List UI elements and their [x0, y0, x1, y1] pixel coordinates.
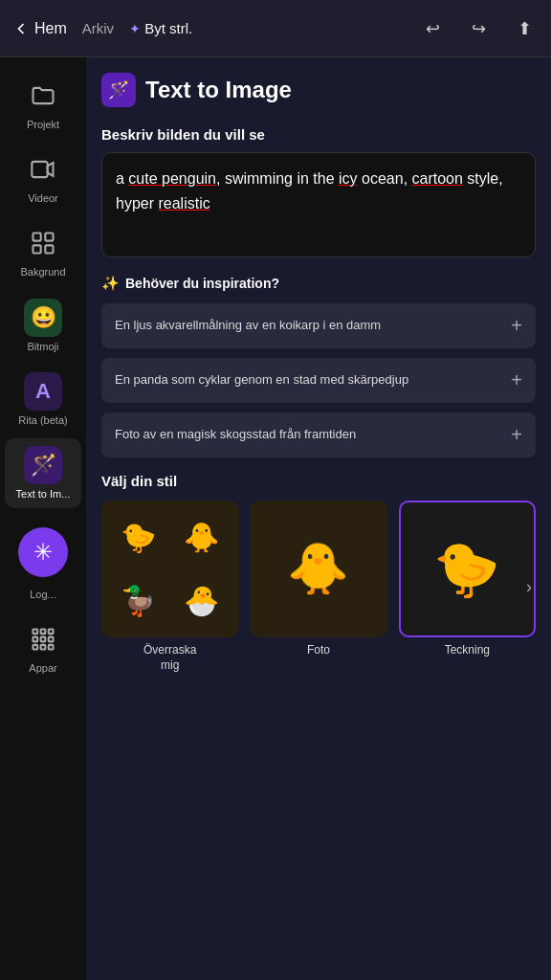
- rita-icon: A: [24, 372, 62, 411]
- style-item-overraska[interactable]: 🐤 🐥 🦆 🐣 Överraskamig: [101, 501, 238, 674]
- svg-rect-13: [49, 645, 54, 650]
- style-image-overraska: 🐤 🐥 🦆 🐣: [101, 501, 238, 637]
- svg-rect-5: [33, 630, 38, 635]
- svg-rect-9: [41, 637, 46, 642]
- svg-rect-6: [41, 630, 46, 635]
- inspiration-text-2: Foto av en magisk skogsstad från framtid…: [115, 426, 501, 443]
- add-inspiration-2[interactable]: +: [511, 424, 522, 446]
- style-name-foto: Foto: [307, 643, 330, 658]
- inspiration-item-1[interactable]: En panda som cyklar genom en stad med sk…: [101, 358, 536, 403]
- underline-realistic: realistic: [158, 195, 209, 212]
- main-layout: Projekt Videor Bakgrund: [0, 57, 551, 980]
- style-item-foto[interactable]: 🐥 Foto: [250, 501, 386, 658]
- scroll-right-arrow[interactable]: ›: [526, 577, 532, 597]
- svg-rect-10: [49, 637, 54, 642]
- style-name-teckning: Teckning: [445, 643, 490, 658]
- page-title-icon: 🪄: [101, 73, 136, 107]
- underline-icy: icy: [339, 170, 358, 187]
- svg-rect-7: [49, 630, 54, 635]
- back-button[interactable]: Hem: [11, 19, 67, 38]
- inspiration-text-0: En ljus akvarellmålning av en koikarp i …: [115, 317, 501, 334]
- style-row-wrapper: 🐤 🐥 🦆 🐣 Överraskamig 🐥 Foto: [101, 501, 536, 674]
- inspiration-item-2[interactable]: Foto av en magisk skogsstad från framtid…: [101, 412, 536, 457]
- sidebar-item-logo[interactable]: ✳ Log...: [5, 512, 81, 609]
- duck-single-icon: 🐥: [287, 540, 349, 598]
- sidebar-item-projekt[interactable]: Projekt: [5, 69, 81, 139]
- star-icon: ✦: [129, 21, 141, 36]
- style-grid: 🐤 🐥 🦆 🐣 Överraskamig 🐥 Foto: [101, 501, 536, 674]
- style-image-teckning: 🐤: [399, 501, 536, 637]
- content-area: 🪄 Text to Image Beskriv bilden du vill s…: [86, 57, 551, 980]
- archive-nav-item[interactable]: Arkiv: [82, 20, 114, 36]
- redo-button[interactable]: ↪: [463, 13, 494, 44]
- page-title-row: 🪄 Text to Image: [101, 73, 536, 107]
- sidebar-label-bitmoji: Bitmoji: [27, 341, 58, 353]
- inspiration-header: ✨ Behöver du inspiration?: [101, 275, 536, 292]
- share-button[interactable]: ⬆: [509, 13, 540, 44]
- background-icon: [24, 224, 62, 262]
- sidebar-label-text-to-image: Text to Im...: [16, 488, 71, 501]
- sidebar-item-text-to-image[interactable]: 🪄 Text to Im...: [5, 438, 81, 508]
- text-input-content: a cute penguin, swimming in the icy ocea…: [116, 167, 521, 215]
- svg-rect-3: [33, 246, 41, 254]
- style-label: Välj din stil: [101, 473, 536, 489]
- size-label: Byt strl.: [144, 20, 192, 36]
- inspiration-label: Behöver du inspiration?: [125, 276, 279, 291]
- text-to-image-icon: 🪄: [24, 446, 62, 484]
- inspiration-text-1: En panda som cyklar genom en stad med sk…: [115, 371, 501, 389]
- svg-rect-11: [33, 645, 38, 650]
- sidebar-label-videor: Videor: [28, 192, 58, 205]
- text-input-area[interactable]: a cute penguin, swimming in the icy ocea…: [101, 152, 536, 257]
- style-name-overraska: Överraskamig: [143, 643, 196, 673]
- svg-rect-4: [45, 246, 53, 254]
- sidebar: Projekt Videor Bakgrund: [0, 57, 86, 980]
- bitmoji-icon: 😀: [24, 299, 62, 337]
- svg-rect-2: [45, 234, 53, 241]
- page-title: Text to Image: [145, 77, 292, 103]
- underline-cartoon: cartoon: [412, 170, 463, 187]
- sidebar-label-projekt: Projekt: [27, 119, 59, 131]
- back-label: Hem: [34, 20, 67, 37]
- sidebar-label-logo: Log...: [30, 589, 56, 601]
- sidebar-item-bakgrund[interactable]: Bakgrund: [5, 216, 81, 286]
- svg-rect-0: [32, 162, 47, 177]
- sidebar-item-bitmoji[interactable]: 😀 Bitmoji: [5, 291, 81, 361]
- style-image-foto: 🐥: [250, 501, 386, 637]
- duck-grid-multi: 🐤 🐥 🦆 🐣: [101, 501, 238, 637]
- sidebar-item-rita[interactable]: A Rita (beta): [5, 365, 81, 434]
- sidebar-item-appar[interactable]: Appar: [5, 612, 81, 682]
- description-label: Beskriv bilden du vill se: [101, 126, 536, 143]
- video-icon: [24, 150, 62, 189]
- logo-icon: ✳: [18, 527, 68, 577]
- sidebar-label-bakgrund: Bakgrund: [20, 266, 65, 278]
- underline-cute: cute penguin: [128, 170, 216, 187]
- duck-drawing-icon: 🐤: [433, 538, 500, 601]
- sidebar-label-rita: Rita (beta): [18, 414, 67, 427]
- svg-rect-12: [41, 645, 46, 650]
- spark-icon: ✨: [101, 275, 120, 292]
- svg-rect-8: [33, 637, 38, 642]
- folder-icon: [24, 77, 62, 115]
- top-navigation: Hem Arkiv ✦ Byt strl. ↩ ↪ ⬆: [0, 0, 551, 57]
- style-item-teckning[interactable]: 🐤 Teckning: [399, 501, 536, 658]
- add-inspiration-1[interactable]: +: [511, 369, 522, 391]
- undo-button[interactable]: ↩: [417, 13, 448, 44]
- size-nav-item[interactable]: ✦ Byt strl.: [129, 20, 192, 36]
- sidebar-label-appar: Appar: [29, 662, 56, 675]
- svg-rect-1: [33, 234, 41, 241]
- inspiration-item-0[interactable]: En ljus akvarellmålning av en koikarp i …: [101, 303, 536, 348]
- sidebar-item-videor[interactable]: Videor: [5, 143, 81, 212]
- appar-icon: [24, 620, 62, 658]
- add-inspiration-0[interactable]: +: [511, 315, 522, 337]
